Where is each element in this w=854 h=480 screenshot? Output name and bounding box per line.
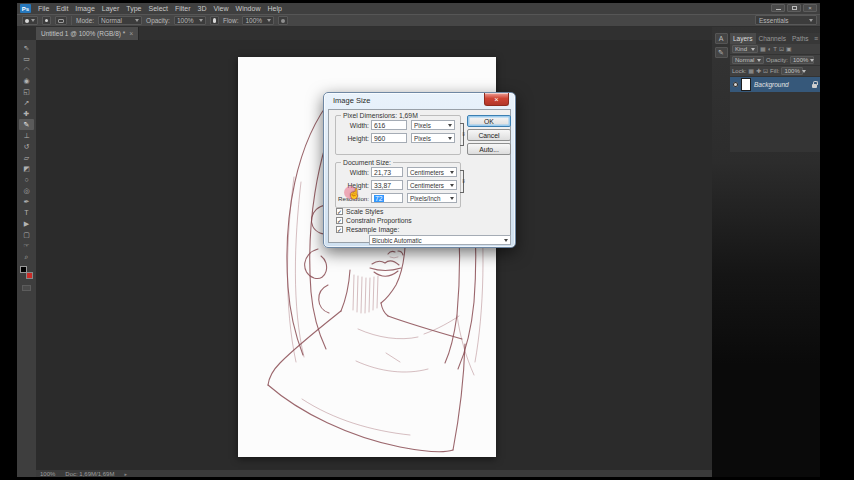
- chevron-down-icon: [267, 19, 271, 22]
- character-panel-icon[interactable]: A: [715, 33, 728, 44]
- constrain-proportions-option[interactable]: ✓ Constrain Proportions: [336, 217, 412, 224]
- lock-position-icon[interactable]: ✚: [756, 68, 761, 74]
- menu-file[interactable]: File: [38, 5, 49, 12]
- menu-bar: Ps File Edit Image Layer Type Select Fil…: [17, 3, 820, 14]
- filter-smart-object-icon[interactable]: ▣: [786, 46, 792, 52]
- dialog-close-button[interactable]: ×: [484, 93, 509, 106]
- tool-brush[interactable]: ✎: [19, 119, 34, 130]
- menu-select[interactable]: Select: [149, 5, 168, 12]
- doc-height-unit-dropdown[interactable]: Centimeters: [407, 180, 457, 190]
- tool-path-selection[interactable]: ▶: [19, 218, 34, 229]
- zoom-level[interactable]: 100%: [40, 471, 55, 477]
- px-height-unit-dropdown[interactable]: Pixels: [411, 133, 455, 143]
- doc-height-field[interactable]: 33,87: [371, 180, 403, 190]
- px-width-field[interactable]: 616: [371, 120, 407, 130]
- blend-mode-dropdown[interactable]: Normal: [732, 56, 764, 64]
- tool-lasso[interactable]: ◠: [19, 64, 34, 75]
- menu-window[interactable]: Window: [236, 5, 261, 12]
- menu-layer[interactable]: Layer: [102, 5, 120, 12]
- resolution-field[interactable]: 72: [371, 193, 403, 203]
- layer-opacity-dropdown[interactable]: 100%: [790, 56, 814, 64]
- tool-healing-brush[interactable]: ✚: [19, 108, 34, 119]
- menu-view[interactable]: View: [214, 5, 229, 12]
- flow-dropdown[interactable]: 100%: [242, 16, 274, 25]
- minimize-button[interactable]: [771, 4, 785, 12]
- visibility-eye-icon[interactable]: [733, 82, 738, 87]
- scale-styles-option[interactable]: ✓ Scale Styles: [336, 208, 383, 215]
- tool-eyedropper[interactable]: ↗: [19, 97, 34, 108]
- brush-presets-icon[interactable]: ✎: [715, 47, 728, 58]
- lock-transparency-icon[interactable]: ▦: [748, 68, 754, 74]
- kind-dropdown[interactable]: Kind: [732, 45, 758, 53]
- layer-thumbnail[interactable]: [741, 78, 751, 91]
- menu-image[interactable]: Image: [75, 5, 94, 12]
- tool-rectangle[interactable]: ▢: [19, 229, 34, 240]
- mode-dropdown[interactable]: Normal: [98, 16, 142, 25]
- tool-type[interactable]: T: [19, 207, 34, 218]
- close-tab-icon[interactable]: ×: [129, 30, 133, 37]
- restore-button[interactable]: [787, 4, 801, 12]
- layer-row-background[interactable]: Background: [730, 77, 820, 92]
- filter-shape-icon[interactable]: ⊡: [779, 46, 784, 52]
- tab-paths[interactable]: Paths: [789, 33, 812, 44]
- px-height-field[interactable]: 960: [371, 133, 407, 143]
- ok-button[interactable]: OK: [467, 115, 511, 127]
- tool-hand[interactable]: ☞: [19, 240, 34, 251]
- tool-gradient[interactable]: ◩: [19, 163, 34, 174]
- auto-button[interactable]: Auto...: [467, 143, 511, 155]
- resample-image-option[interactable]: ✓ Resample Image:: [336, 226, 399, 233]
- tool-dodge[interactable]: ◎: [19, 185, 34, 196]
- foreground-color-swatch[interactable]: [20, 266, 27, 273]
- menu-filter[interactable]: Filter: [175, 5, 191, 12]
- chevron-down-icon: [504, 239, 508, 242]
- menu-edit[interactable]: Edit: [56, 5, 68, 12]
- tool-blur[interactable]: ○: [19, 174, 34, 185]
- filter-pixel-icon[interactable]: ▦: [760, 46, 766, 52]
- checkbox-checked-icon[interactable]: ✓: [336, 217, 343, 224]
- toggle-brush-panel-button[interactable]: [42, 16, 51, 25]
- brush-preset-picker[interactable]: [22, 16, 38, 25]
- scale-styles-label: Scale Styles: [346, 208, 383, 215]
- panel-menu-icon[interactable]: ≡: [814, 35, 818, 42]
- background-color-swatch[interactable]: [26, 272, 33, 279]
- doc-width-unit-dropdown[interactable]: Centimeters: [407, 167, 457, 177]
- status-arrow-icon[interactable]: ▸: [124, 471, 127, 477]
- doc-width-field[interactable]: 21,73: [371, 167, 403, 177]
- resolution-unit-dropdown[interactable]: Pixels/Inch: [407, 193, 457, 203]
- tool-quick-selection[interactable]: ◉: [19, 75, 34, 86]
- tool-rectangular-marquee[interactable]: ▭: [19, 53, 34, 64]
- tool-eraser[interactable]: ▱: [19, 152, 34, 163]
- filter-type-icon[interactable]: T: [773, 46, 777, 52]
- cancel-button[interactable]: Cancel: [467, 129, 511, 141]
- chevron-down-icon: [810, 59, 814, 62]
- menu-type[interactable]: Type: [126, 5, 141, 12]
- tool-move[interactable]: ⇖: [19, 42, 34, 53]
- menu-help[interactable]: Help: [267, 5, 281, 12]
- tab-channels[interactable]: Channels: [756, 33, 789, 44]
- pressure-opacity-button[interactable]: [210, 16, 219, 25]
- workspace-selector[interactable]: Essentials: [755, 15, 817, 25]
- px-height-unit: Pixels: [414, 135, 431, 142]
- checkbox-checked-icon[interactable]: ✓: [336, 226, 343, 233]
- filter-adjustment-icon[interactable]: ◐: [768, 46, 772, 52]
- tool-clone-stamp[interactable]: ⊥: [19, 130, 34, 141]
- chevron-down-icon: [450, 184, 454, 187]
- fill-dropdown[interactable]: 100%: [781, 67, 803, 75]
- lock-all-icon[interactable]: ⊡: [763, 68, 768, 74]
- folder-button[interactable]: [55, 16, 67, 25]
- airbrush-button[interactable]: [278, 16, 288, 25]
- px-width-unit-dropdown[interactable]: Pixels: [411, 120, 455, 130]
- image-size-dialog: Image Size × Pixel Dimensions: 1,69M Wid…: [323, 92, 516, 248]
- close-button[interactable]: ×: [803, 4, 817, 12]
- quick-mask-button[interactable]: [22, 285, 31, 291]
- checkbox-checked-icon[interactable]: ✓: [336, 208, 343, 215]
- menu-3d[interactable]: 3D: [198, 5, 207, 12]
- tool-history-brush[interactable]: ↺: [19, 141, 34, 152]
- tool-crop[interactable]: ◱: [19, 86, 34, 97]
- resample-method-dropdown[interactable]: Bicubic Automatic: [369, 235, 511, 245]
- tab-layers[interactable]: Layers: [730, 33, 756, 44]
- document-tab[interactable]: Untitled 1 @ 100% (RGB/8) * ×: [36, 27, 139, 40]
- opacity-dropdown[interactable]: 100%: [174, 16, 206, 25]
- tool-zoom[interactable]: ⌕: [19, 251, 34, 262]
- tool-pen[interactable]: ✒: [19, 196, 34, 207]
